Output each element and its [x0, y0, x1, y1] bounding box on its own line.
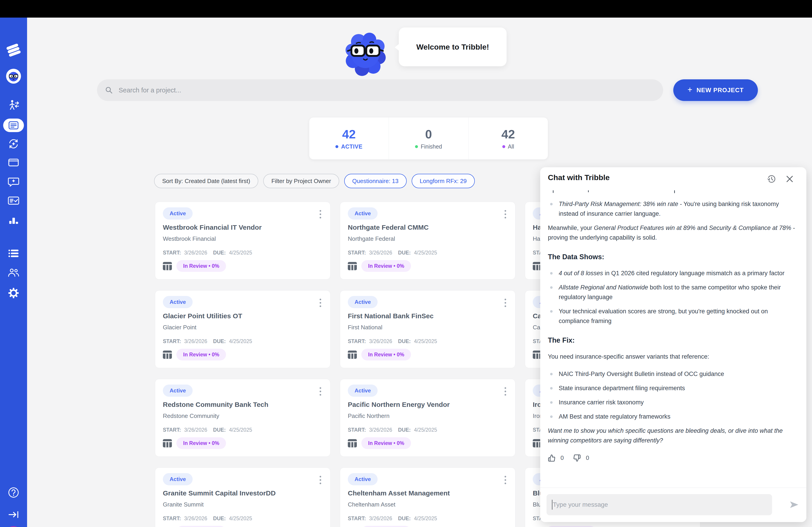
chat-bullet-list: 4 out of 8 losses in Q1 2026 cited regul… [548, 269, 797, 326]
sidebar-item-handoff[interactable] [0, 99, 27, 111]
sidebar-item-projects-active[interactable] [0, 119, 27, 132]
kebab-menu-icon[interactable] [318, 386, 322, 397]
project-card[interactable]: Active Cheltenham Asset Management Chelt… [340, 467, 516, 527]
kebab-menu-icon[interactable] [503, 475, 508, 485]
chat-bullet-item: AM Best and state regulatory frameworks [548, 412, 797, 422]
user-avatar[interactable]: TK [0, 526, 27, 527]
tribble-dashboard: TK Welcome to Tribble! [0, 0, 812, 527]
thumbs-up-count: 0 [561, 453, 564, 463]
project-dates: START: 3/26/2026DUE: 4/25/2025 [348, 427, 437, 433]
sidebar-item-chat-ai[interactable] [0, 176, 27, 187]
kebab-menu-icon[interactable] [503, 297, 508, 308]
kebab-menu-icon[interactable] [503, 209, 508, 220]
logout-icon[interactable] [0, 509, 27, 520]
questionnaire-chip[interactable]: Questionnaire: 13 [344, 174, 407, 188]
project-client: Cheltenham Asset [348, 501, 395, 508]
tribble-logo [0, 43, 27, 57]
thumbs-up-icon[interactable] [548, 454, 555, 462]
project-title: Granite Summit Capital InvestorDD [163, 490, 276, 497]
sidebar-item-settings[interactable] [0, 287, 27, 299]
search-placeholder: Search for a project... [119, 87, 181, 94]
search-icon [105, 86, 113, 94]
project-client: Pacific Northern [348, 412, 390, 420]
tribble-mascot [343, 29, 389, 79]
search-input[interactable]: Search for a project... [97, 79, 663, 101]
sidebar-item-lists[interactable] [0, 249, 27, 258]
mascot-avatar-icon[interactable] [0, 69, 27, 84]
project-client: Granite Summit [163, 501, 204, 508]
table-icon [348, 262, 357, 270]
user-initials: TK [5, 526, 22, 527]
chat-paragraph: Want me to show you which specific quest… [548, 426, 797, 446]
thumbs-down-count: 0 [586, 453, 589, 463]
project-stats: 42 ACTIVE 0 Finished 42 All [309, 117, 548, 160]
send-icon[interactable] [788, 499, 800, 511]
kebab-menu-icon[interactable] [318, 297, 322, 308]
progress-pill: In Review • 0% [361, 349, 411, 360]
status-badge: Active [348, 385, 378, 397]
chat-bullet-list: Third-Party Risk Management: 38% win rat… [548, 199, 797, 219]
chat-messages: Third-Party Risk Management: 38% win rat… [548, 189, 797, 486]
kebab-menu-icon[interactable] [503, 386, 508, 397]
project-dates: START: 3/26/2026DUE: 4/25/2025 [348, 515, 437, 522]
chat-bullet-item: Your technical evaluation scores are str… [548, 306, 797, 326]
project-title: Cheltenham Asset Management [348, 490, 450, 497]
active-nav-pill [3, 119, 24, 132]
filter-owner-chip[interactable]: Filter by Project Owner [263, 174, 339, 188]
table-icon [348, 439, 357, 448]
sidebar-item-team[interactable] [0, 268, 27, 278]
thumbs-down-icon[interactable] [573, 454, 581, 462]
project-card[interactable]: Active Northgate Federal CMMC Northgate … [340, 202, 516, 280]
close-icon[interactable] [785, 174, 795, 184]
finished-dot [415, 145, 418, 148]
sidebar-item-sync[interactable] [0, 138, 27, 150]
project-dates: START: 3/26/2026DUE: 4/25/2025 [348, 250, 437, 256]
project-card[interactable]: Active Westbrook Financial IT Vendor Wes… [155, 202, 331, 280]
status-badge: Active [348, 207, 378, 220]
project-client: Northgate Federal [348, 235, 395, 242]
chat-bullet-item: NAIC Third-Party Oversight Bulletin inst… [548, 369, 797, 379]
table-icon [348, 350, 357, 359]
project-card[interactable]: Active Redstone Community Bank Tech Reds… [155, 379, 331, 457]
sidebar: TK [0, 18, 27, 527]
stat-all[interactable]: 42 All [468, 118, 548, 160]
project-client: Glacier Point [163, 324, 197, 331]
message-input[interactable]: Type your message [547, 494, 772, 515]
status-badge: Active [348, 296, 378, 308]
project-card[interactable]: Active Granite Summit Capital InvestorDD… [155, 467, 331, 527]
project-dates: START: 3/26/2026DUE: 4/25/2025 [163, 515, 252, 522]
project-card[interactable]: Active Pacific Northern Energy Vendor Pa… [340, 379, 516, 457]
longform-rfx-chip[interactable]: Longform RFx: 29 [412, 174, 475, 188]
progress-pill: In Review • 0% [176, 349, 226, 360]
chat-bullet-item: State insurance department filing requir… [548, 383, 797, 393]
stat-finished-value: 0 [425, 127, 432, 141]
sidebar-item-analytics[interactable] [0, 215, 27, 225]
chat-bullet-item: 4 out of 8 losses in Q1 2026 cited regul… [548, 269, 797, 278]
sidebar-item-survey[interactable] [0, 196, 27, 206]
stat-all-label: All [508, 144, 514, 150]
project-card[interactable]: Active First National Bank FinSec First … [340, 290, 516, 368]
chat-title: Chat with Tribble [548, 173, 610, 182]
chat-section-heading: The Fix: [548, 335, 797, 345]
new-project-button[interactable]: + NEW PROJECT [673, 79, 758, 101]
kebab-menu-icon[interactable] [318, 475, 322, 485]
kebab-menu-icon[interactable] [318, 209, 322, 220]
progress-pill: In Review • 0% [361, 526, 411, 527]
project-title: Redstone Community Bank Tech [163, 401, 269, 408]
chat-bullet-item: Allstate Regional and Nationwide both lo… [548, 283, 797, 302]
sort-by-chip[interactable]: Sort By: Created Date (latest first) [154, 174, 258, 188]
project-title: Pacific Northern Energy Vendor [348, 401, 450, 408]
progress-pill: In Review • 0% [176, 526, 226, 527]
stat-finished[interactable]: 0 Finished [389, 118, 468, 160]
history-icon[interactable] [767, 174, 777, 184]
message-feedback: 00 [548, 453, 797, 463]
help-icon[interactable] [0, 487, 27, 498]
chat-input-area: Type your message [540, 487, 806, 522]
table-icon [163, 439, 172, 448]
project-card[interactable]: Active Glacier Point Utilities OT Glacie… [155, 290, 331, 368]
project-title: Glacier Point Utilities OT [163, 312, 242, 320]
welcome-bubble: Welcome to Tribble! [399, 28, 507, 66]
sidebar-item-tray[interactable] [0, 157, 27, 167]
status-badge: Active [163, 296, 193, 308]
stat-active[interactable]: 42 ACTIVE [309, 118, 389, 160]
